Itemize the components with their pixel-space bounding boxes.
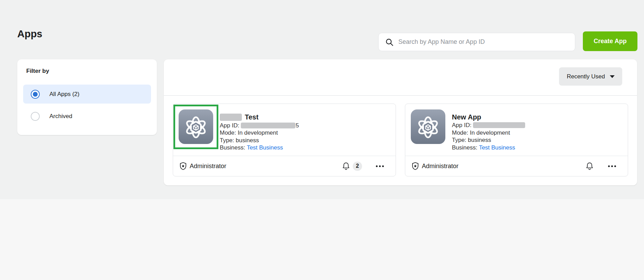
search-input[interactable] [398,38,569,46]
notification-count-badge: 2 [353,162,362,171]
redacted-text [473,122,525,128]
app-card-main: CTest App ID:5 Mode: In development Type… [173,104,396,156]
sort-dropdown[interactable]: Recently Used [559,67,622,86]
app-business-line: Business: Test Business [220,144,299,152]
filter-panel: Filter by All Apps (2) Archived [17,59,157,135]
app-name[interactable]: New App [452,113,525,122]
role-badge: Administrator [411,162,458,171]
app-card-main: New App App ID: Mode: In development Typ… [405,104,628,156]
filter-option-archived[interactable]: Archived [23,107,151,126]
app-card: New App App ID: Mode: In development Typ… [405,104,628,176]
ellipsis-icon [376,165,378,167]
app-name-text: Test [245,113,258,121]
app-mode-line: Mode: In development [220,129,299,137]
app-card-footer: Administrator [405,156,628,176]
role-badge: Administrator [179,162,226,171]
bell-icon [341,162,351,171]
default-app-atom-icon [411,109,445,144]
business-link[interactable]: Test Business [479,144,515,151]
app-id-line: App ID:5 [220,122,299,129]
app-type-line: Type: business [452,136,525,144]
radio-selected-icon[interactable] [31,90,40,99]
app-name[interactable]: CTest [220,113,299,122]
app-type-line: Type: business [220,137,299,144]
app-card: CTest App ID:5 Mode: In development Type… [173,104,396,176]
app-id-line: App ID: [452,122,525,129]
sort-dropdown-label: Recently Used [567,73,605,80]
apps-panel-header: Recently Used [164,59,637,96]
page-title: Apps [17,28,42,40]
role-label: Administrator [190,163,226,170]
bell-icon [585,162,594,171]
chevron-down-icon [610,75,615,78]
app-icon[interactable] [411,109,445,144]
app-card-footer: Administrator 2 [173,156,396,176]
app-card-text: CTest App ID:5 Mode: In development Type… [220,113,299,152]
ellipsis-icon [608,165,610,167]
apps-list-panel: Recently Used [164,59,637,185]
more-options-button[interactable] [606,163,618,169]
default-app-atom-icon [179,109,213,144]
app-business-line: Business: Test Business [452,144,525,152]
redacted-text [220,114,242,121]
more-options-button[interactable] [374,163,386,169]
filter-option-all-apps[interactable]: All Apps (2) [23,85,151,104]
app-mode-line: Mode: In development [452,129,525,137]
app-card-text: New App App ID: Mode: In development Typ… [452,113,525,151]
notifications-button[interactable] [585,162,594,171]
shield-star-icon [179,162,188,171]
role-label: Administrator [422,163,458,170]
redacted-text [241,123,295,128]
notifications-button[interactable] [341,162,351,171]
create-app-button[interactable]: Create App [583,31,637,51]
business-link[interactable]: Test Business [247,144,283,151]
filter-panel-title: Filter by [26,68,49,75]
filter-option-label: All Apps (2) [49,91,79,98]
app-search-box[interactable] [378,33,575,51]
shield-star-icon [411,162,420,171]
site-footer: Meta Products Artificial Intelligence AR… [0,199,644,280]
filter-option-label: Archived [49,113,72,120]
search-icon [385,38,394,47]
radio-unselected-icon[interactable] [31,112,40,121]
app-icon[interactable] [179,109,213,144]
